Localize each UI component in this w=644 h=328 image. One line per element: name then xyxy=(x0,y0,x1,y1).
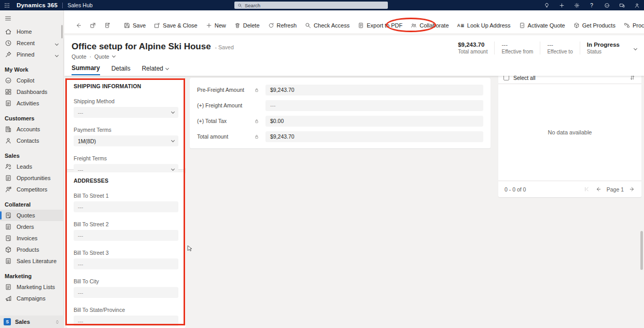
bill-to-city-input[interactable]: --- xyxy=(74,287,178,298)
form-tools-button[interactable] xyxy=(101,20,114,31)
save-button[interactable]: Save xyxy=(120,20,149,31)
sidebar-item-sales-literature[interactable]: Sales Literature xyxy=(0,255,63,267)
lead-phone-icon xyxy=(5,163,12,170)
waffle-menu-icon[interactable] xyxy=(0,3,13,8)
lightbulb-icon[interactable] xyxy=(541,1,552,9)
sidebar-item-copilot[interactable]: Copilot xyxy=(0,75,63,86)
save-floppy-icon xyxy=(124,22,130,29)
sidebar-item-pinned[interactable]: Pinned xyxy=(0,49,63,60)
header-field-effective-to[interactable]: --- Effective to xyxy=(540,42,579,54)
sort-icon[interactable] xyxy=(629,76,635,80)
tab-label: Summary xyxy=(72,64,100,72)
check-access-button[interactable]: Check Access xyxy=(301,20,353,31)
sidebar-item-competitors[interactable]: Competitors xyxy=(0,184,63,195)
first-page-icon[interactable] xyxy=(584,186,590,192)
freight-amount-input[interactable]: --- xyxy=(265,100,483,111)
look-up-address-button[interactable]: A≣ Look Up Address xyxy=(454,20,514,31)
bill-to-street-2-input[interactable]: --- xyxy=(74,230,178,241)
activate-document-icon xyxy=(519,22,525,29)
sidebar-item-recent[interactable]: Recent xyxy=(0,37,63,49)
sidebar-item-contacts[interactable]: Contacts xyxy=(0,135,63,146)
field-bill-to-street-1: Bill To Street 1 --- xyxy=(74,193,178,212)
previous-page-icon[interactable] xyxy=(595,186,601,192)
activate-quote-button[interactable]: Activate Quote xyxy=(515,20,569,31)
bill-to-street-3-input[interactable]: --- xyxy=(74,258,178,269)
field-value: --- xyxy=(501,42,533,48)
field-label: Total amount xyxy=(458,49,487,54)
copilot-icon xyxy=(5,77,12,84)
sidebar-item-accounts[interactable]: Accounts xyxy=(0,124,63,135)
header-field-status[interactable]: In Progress Status xyxy=(580,42,626,54)
area-switcher[interactable]: S Sales xyxy=(0,316,64,328)
total-amount-value[interactable]: $9,243.70 xyxy=(265,131,483,142)
header-collapse-button[interactable] xyxy=(634,45,637,51)
chevron-down-icon[interactable] xyxy=(55,51,58,58)
next-page-icon[interactable] xyxy=(629,186,635,192)
sidebar-item-orders[interactable]: Orders xyxy=(0,221,63,233)
select-all-checkbox[interactable] xyxy=(503,76,509,80)
sidebar-item-activities[interactable]: Activities xyxy=(0,98,63,109)
sidebar-item-invoices[interactable]: Invoices xyxy=(0,233,63,244)
collaborate-button[interactable]: Collaborate xyxy=(407,20,452,31)
save-and-close-button[interactable]: Save & Close xyxy=(150,20,201,31)
sidebar-item-quotes[interactable]: Quotes xyxy=(0,210,63,221)
add-icon[interactable] xyxy=(556,1,567,9)
quote-document-icon xyxy=(5,212,12,219)
settings-gear-icon[interactable] xyxy=(571,1,582,9)
export-to-pdf-button[interactable]: Export to PDF xyxy=(354,20,406,31)
feedback-devices-icon[interactable] xyxy=(617,1,627,9)
sidebar-item-products[interactable]: Products xyxy=(0,244,63,255)
brand-title[interactable]: Dynamics 365 xyxy=(17,2,58,8)
sidebar-item-leads[interactable]: Leads xyxy=(0,161,63,172)
sidebar-collapse-button[interactable] xyxy=(0,10,63,26)
sidebar-item-dashboards[interactable]: Dashboards xyxy=(0,86,63,98)
new-button[interactable]: New xyxy=(202,20,230,31)
header-field-effective-from[interactable]: --- Effective from xyxy=(494,42,540,54)
sidebar-item-campaigns[interactable]: Campaigns xyxy=(0,293,63,304)
cmd-label: Collaborate xyxy=(419,22,449,29)
copilot-icon[interactable] xyxy=(601,1,612,9)
app-name[interactable]: Sales Hub xyxy=(67,2,92,8)
popout-icon xyxy=(90,22,96,29)
global-search-input[interactable]: Search xyxy=(234,2,388,9)
sidebar-item-opportunities[interactable]: Opportunities xyxy=(0,172,63,184)
sidebar-scrollbar-thumb[interactable] xyxy=(61,25,63,38)
cmd-label: Look Up Address xyxy=(467,22,511,29)
chevron-down-icon[interactable] xyxy=(112,54,116,58)
delete-button[interactable]: Delete xyxy=(231,20,263,31)
total-tax-value[interactable]: $0.00 xyxy=(265,116,483,127)
tab-related[interactable]: Related xyxy=(142,64,168,75)
shipping-method-select[interactable]: --- xyxy=(74,107,178,118)
record-title: Office setup for Alpine Ski House xyxy=(72,42,211,52)
area-badge: S xyxy=(4,318,11,325)
chevron-down-icon[interactable] xyxy=(55,40,58,46)
get-products-button[interactable]: Get Products xyxy=(570,20,619,31)
field-label: Effective to xyxy=(547,49,572,54)
amounts-section: Pre-Freight Amount $9,243.70 (+) Freight… xyxy=(190,78,491,148)
sidebar-item-home[interactable]: Home xyxy=(0,26,63,37)
refresh-button[interactable]: Refresh xyxy=(264,20,301,31)
tab-details[interactable]: Details xyxy=(111,64,131,75)
account-person-icon[interactable] xyxy=(632,1,642,9)
field-value: --- xyxy=(78,204,83,210)
page-scrollbar-thumb[interactable] xyxy=(640,231,643,270)
payment-terms-select[interactable]: 1M(8D) xyxy=(74,135,178,146)
bill-to-street-1-input[interactable]: --- xyxy=(74,201,178,212)
nav-label: Invoices xyxy=(17,235,37,241)
pre-freight-amount-value[interactable]: $9,243.70 xyxy=(265,85,483,95)
field-label: Total amount xyxy=(197,133,254,140)
field-label: (+) Total Tax xyxy=(197,118,254,124)
form-selector[interactable]: Quote xyxy=(94,53,109,60)
field-bill-to-city: Bill To City --- xyxy=(74,278,178,298)
chevron-down-icon xyxy=(171,167,175,171)
megaphone-icon xyxy=(5,295,12,302)
process-button[interactable]: Process xyxy=(620,20,644,31)
open-in-new-window-button[interactable] xyxy=(86,20,100,31)
field-value: --- xyxy=(78,261,83,267)
bill-to-state-input[interactable]: --- xyxy=(74,316,178,326)
header-field-total-amount: $9,243.70 Total amount xyxy=(451,42,494,54)
back-button[interactable] xyxy=(72,20,85,31)
tab-summary[interactable]: Summary xyxy=(72,64,100,75)
sidebar-item-marketing-lists[interactable]: Marketing Lists xyxy=(0,281,63,293)
help-icon[interactable]: ? xyxy=(586,1,597,9)
